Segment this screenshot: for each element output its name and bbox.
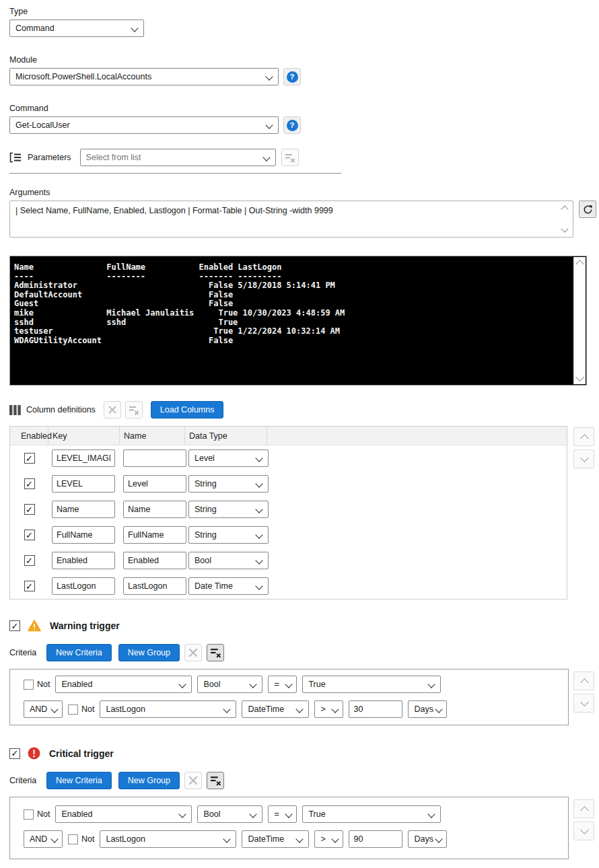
move-up-button[interactable] xyxy=(573,672,594,690)
join-select[interactable]: AND xyxy=(24,700,63,718)
field-select[interactable]: LastLogon xyxy=(100,700,236,718)
critical-clear-filter-button[interactable] xyxy=(207,772,224,789)
name-field[interactable] xyxy=(123,475,186,493)
unit-select[interactable]: Days xyxy=(408,700,447,718)
operator-select[interactable]: = xyxy=(268,805,297,823)
header-key: Key xyxy=(48,427,120,445)
operator-select[interactable]: = xyxy=(268,676,297,693)
refresh-button[interactable] xyxy=(579,201,596,218)
critical-delete-button[interactable] xyxy=(184,772,202,789)
data-type-select[interactable]: Bool xyxy=(188,552,269,569)
warning-clear-filter-button[interactable] xyxy=(207,644,224,661)
parameters-select[interactable]: Select from list xyxy=(80,149,276,166)
join-select[interactable]: AND xyxy=(24,830,63,848)
field-value: Enabled xyxy=(61,680,92,689)
sensor-config-page: Type Command Module Microsoft.PowerShell… xyxy=(0,0,599,868)
parameters-clear-filter-button[interactable] xyxy=(281,149,299,166)
name-field[interactable] xyxy=(123,501,186,518)
module-select[interactable]: Microsoft.PowerShell.LocalAccounts xyxy=(9,68,279,85)
module-label: Module xyxy=(9,55,599,65)
move-down-button[interactable] xyxy=(573,449,594,468)
table-row: ✓ String xyxy=(10,471,567,497)
field-select[interactable]: LastLogon xyxy=(100,830,236,848)
scroll-up-icon[interactable] xyxy=(575,260,584,268)
operator-value: > xyxy=(320,834,325,844)
scroll-down-icon[interactable] xyxy=(575,373,584,382)
row-enabled-checkbox[interactable]: ✓ xyxy=(24,453,35,464)
field-value: LastLogon xyxy=(106,834,145,844)
data-type-select[interactable]: Level xyxy=(188,449,269,467)
warning-trigger-checkbox[interactable]: ✓ xyxy=(9,620,20,631)
not-checkbox[interactable] xyxy=(68,704,78,715)
critical-trigger-checkbox[interactable]: ✓ xyxy=(9,748,20,759)
help-icon: ? xyxy=(287,120,298,131)
row-enabled-checkbox[interactable]: ✓ xyxy=(24,478,35,489)
data-type-select[interactable]: String xyxy=(188,526,269,544)
name-field[interactable] xyxy=(123,449,186,467)
type-select[interactable]: Bool xyxy=(197,676,262,693)
move-up-button[interactable] xyxy=(573,427,594,446)
columns-delete-button[interactable] xyxy=(104,401,121,419)
critical-new-group-button[interactable]: New Group xyxy=(118,772,180,789)
field-select[interactable]: Enabled xyxy=(55,805,192,823)
type-select[interactable]: Bool xyxy=(197,805,262,823)
row-enabled-checkbox[interactable]: ✓ xyxy=(24,581,35,591)
not-checkbox[interactable] xyxy=(24,809,34,820)
not-checkbox[interactable] xyxy=(68,834,78,844)
command-label: Command xyxy=(9,104,599,113)
scroll-down-icon[interactable] xyxy=(561,225,568,232)
unit-value: Days xyxy=(414,704,433,714)
value-select[interactable]: True xyxy=(302,805,441,823)
threshold-input[interactable] xyxy=(349,830,402,848)
module-help-button[interactable]: ? xyxy=(283,68,301,85)
name-field[interactable] xyxy=(123,577,186,595)
row-enabled-checkbox[interactable]: ✓ xyxy=(24,504,35,515)
unit-value: Days xyxy=(414,834,433,844)
key-field[interactable] xyxy=(52,526,115,544)
not-checkbox[interactable] xyxy=(24,680,34,690)
console-scrollbar[interactable] xyxy=(573,257,586,384)
columns-clear-filter-button[interactable] xyxy=(125,401,143,419)
parameters-placeholder: Select from list xyxy=(86,153,141,162)
key-field[interactable] xyxy=(52,552,115,569)
key-field[interactable] xyxy=(52,449,115,467)
name-field[interactable] xyxy=(123,552,186,569)
command-select[interactable]: Get-LocalUser xyxy=(9,116,279,134)
key-field[interactable] xyxy=(52,577,115,595)
unit-select[interactable]: Days xyxy=(408,830,447,848)
warning-new-group-button[interactable]: New Group xyxy=(118,644,180,661)
move-down-button[interactable] xyxy=(573,694,594,713)
type-select[interactable]: DateTime xyxy=(242,700,309,718)
data-type-value: Level xyxy=(195,454,215,463)
command-help-button[interactable]: ? xyxy=(283,116,301,134)
scroll-up-icon[interactable] xyxy=(561,205,568,213)
header-spacer xyxy=(267,427,567,445)
move-down-button[interactable] xyxy=(573,822,594,840)
field-select[interactable]: Enabled xyxy=(55,676,192,693)
key-field[interactable] xyxy=(52,501,115,518)
criteria-row: AND Not LastLogon DateTime > Days xyxy=(24,830,568,848)
criteria-label: Criteria xyxy=(9,776,46,785)
critical-new-criteria-button[interactable]: New Criteria xyxy=(46,772,112,789)
chevron-down-icon xyxy=(255,556,262,564)
arguments-input[interactable]: | Select Name, FullName, Enabled, Lastlo… xyxy=(9,201,573,238)
chevron-down-icon xyxy=(296,835,304,842)
warning-new-criteria-button[interactable]: New Criteria xyxy=(46,644,112,661)
data-type-value: String xyxy=(195,479,217,489)
load-columns-button[interactable]: Load Columns xyxy=(151,401,224,419)
operator-select[interactable]: > xyxy=(314,700,343,718)
value-select[interactable]: True xyxy=(302,676,441,693)
move-up-button[interactable] xyxy=(573,799,594,818)
row-enabled-checkbox[interactable]: ✓ xyxy=(24,555,35,566)
name-field[interactable] xyxy=(123,526,186,544)
key-field[interactable] xyxy=(52,475,115,493)
warning-delete-button[interactable] xyxy=(184,644,202,661)
operator-select[interactable]: > xyxy=(314,830,343,848)
data-type-select[interactable]: String xyxy=(188,501,269,518)
data-type-select[interactable]: String xyxy=(188,475,269,493)
type-select[interactable]: DateTime xyxy=(242,830,309,848)
row-enabled-checkbox[interactable]: ✓ xyxy=(24,530,35,540)
threshold-input[interactable] xyxy=(349,700,402,718)
data-type-select[interactable]: Date Time xyxy=(188,577,269,595)
type-select[interactable]: Command xyxy=(9,20,144,37)
